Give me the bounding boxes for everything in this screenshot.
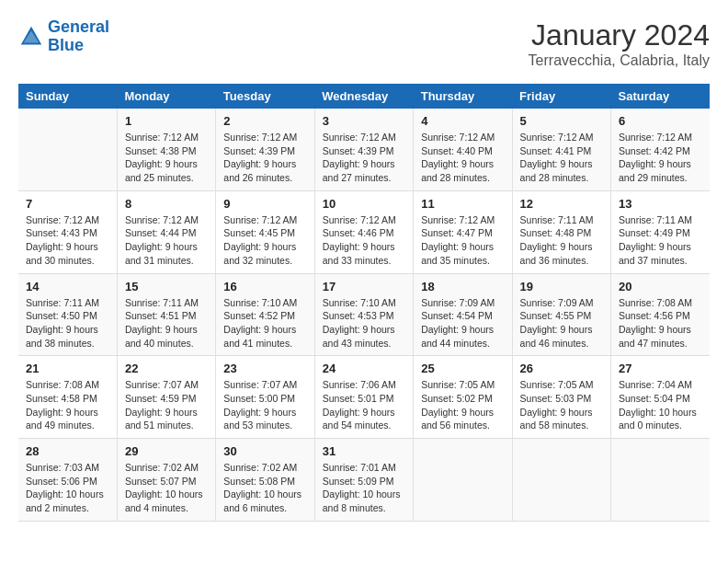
calendar-day-header: Tuesday: [216, 84, 314, 109]
calendar-cell: 31Sunrise: 7:01 AMSunset: 5:09 PMDayligh…: [314, 439, 413, 522]
day-info: Sunrise: 7:11 AMSunset: 4:50 PMDaylight:…: [26, 296, 109, 350]
day-number: 5: [520, 114, 603, 128]
day-info: Sunrise: 7:11 AMSunset: 4:51 PMDaylight:…: [125, 296, 208, 350]
main-title: January 2024: [529, 18, 710, 52]
calendar-body: 1Sunrise: 7:12 AMSunset: 4:38 PMDaylight…: [18, 109, 710, 521]
day-number: 15: [125, 280, 208, 293]
calendar-cell: 30Sunrise: 7:02 AMSunset: 5:08 PMDayligh…: [216, 439, 314, 522]
day-info: Sunrise: 7:12 AMSunset: 4:43 PMDaylight:…: [26, 213, 109, 268]
day-info: Sunrise: 7:03 AMSunset: 5:06 PMDaylight:…: [26, 461, 109, 515]
day-info: Sunrise: 7:10 AMSunset: 4:53 PMDaylight:…: [323, 296, 405, 350]
calendar-day-header: Sunday: [18, 84, 117, 109]
calendar-cell: 22Sunrise: 7:07 AMSunset: 4:59 PMDayligh…: [117, 356, 215, 439]
calendar-cell: 13Sunrise: 7:11 AMSunset: 4:49 PMDayligh…: [611, 190, 710, 273]
day-number: 4: [421, 114, 504, 128]
day-number: 31: [323, 444, 405, 458]
calendar-cell: 2Sunrise: 7:12 AMSunset: 4:39 PMDaylight…: [216, 109, 314, 190]
day-number: 8: [125, 197, 208, 211]
day-info: Sunrise: 7:04 AMSunset: 5:04 PMDaylight:…: [619, 378, 702, 432]
calendar-cell: 28Sunrise: 7:03 AMSunset: 5:06 PMDayligh…: [18, 439, 117, 522]
day-number: 1: [125, 114, 208, 128]
calendar-cell: 27Sunrise: 7:04 AMSunset: 5:04 PMDayligh…: [611, 356, 710, 439]
calendar-cell: 18Sunrise: 7:09 AMSunset: 4:54 PMDayligh…: [414, 273, 512, 356]
day-number: 14: [26, 280, 109, 293]
calendar-cell: 8Sunrise: 7:12 AMSunset: 4:44 PMDaylight…: [117, 190, 215, 273]
calendar-cell: 25Sunrise: 7:05 AMSunset: 5:02 PMDayligh…: [414, 356, 512, 439]
calendar-cell: 3Sunrise: 7:12 AMSunset: 4:39 PMDaylight…: [314, 109, 413, 190]
day-info: Sunrise: 7:12 AMSunset: 4:39 PMDaylight:…: [223, 131, 306, 185]
calendar-cell: 1Sunrise: 7:12 AMSunset: 4:38 PMDaylight…: [117, 109, 215, 190]
calendar-day-header: Wednesday: [314, 84, 413, 109]
day-info: Sunrise: 7:08 AMSunset: 4:58 PMDaylight:…: [26, 378, 109, 432]
day-info: Sunrise: 7:07 AMSunset: 4:59 PMDaylight:…: [125, 378, 208, 432]
calendar-cell: 20Sunrise: 7:08 AMSunset: 4:56 PMDayligh…: [611, 273, 710, 356]
calendar-cell: 26Sunrise: 7:05 AMSunset: 5:03 PMDayligh…: [512, 356, 610, 439]
day-info: Sunrise: 7:08 AMSunset: 4:56 PMDaylight:…: [619, 296, 702, 350]
calendar-week-row: 14Sunrise: 7:11 AMSunset: 4:50 PMDayligh…: [18, 273, 710, 356]
day-info: Sunrise: 7:12 AMSunset: 4:40 PMDaylight:…: [421, 131, 504, 185]
calendar-cell: 29Sunrise: 7:02 AMSunset: 5:07 PMDayligh…: [117, 439, 215, 522]
day-info: Sunrise: 7:12 AMSunset: 4:41 PMDaylight:…: [520, 131, 603, 185]
calendar-cell: 11Sunrise: 7:12 AMSunset: 4:47 PMDayligh…: [414, 190, 512, 273]
calendar-week-row: 1Sunrise: 7:12 AMSunset: 4:38 PMDaylight…: [18, 109, 710, 190]
day-number: 3: [323, 114, 405, 128]
day-info: Sunrise: 7:05 AMSunset: 5:02 PMDaylight:…: [421, 378, 504, 432]
day-number: 27: [619, 362, 702, 375]
day-number: 12: [520, 197, 603, 211]
day-number: 2: [223, 114, 306, 128]
day-number: 6: [619, 114, 702, 128]
calendar-cell: 9Sunrise: 7:12 AMSunset: 4:45 PMDaylight…: [216, 190, 314, 273]
day-number: 9: [223, 197, 306, 211]
calendar-cell: 23Sunrise: 7:07 AMSunset: 5:00 PMDayligh…: [216, 356, 314, 439]
calendar-cell: 6Sunrise: 7:12 AMSunset: 4:42 PMDaylight…: [611, 109, 710, 190]
day-info: Sunrise: 7:06 AMSunset: 5:01 PMDaylight:…: [323, 378, 405, 432]
day-info: Sunrise: 7:12 AMSunset: 4:45 PMDaylight:…: [223, 213, 306, 268]
day-info: Sunrise: 7:10 AMSunset: 4:52 PMDaylight:…: [223, 296, 306, 350]
calendar-cell: [611, 439, 710, 522]
day-info: Sunrise: 7:12 AMSunset: 4:47 PMDaylight:…: [421, 213, 504, 268]
calendar-week-row: 21Sunrise: 7:08 AMSunset: 4:58 PMDayligh…: [18, 356, 710, 439]
day-number: 17: [323, 280, 405, 293]
day-number: 18: [421, 280, 504, 293]
day-info: Sunrise: 7:09 AMSunset: 4:55 PMDaylight:…: [520, 296, 603, 350]
day-info: Sunrise: 7:12 AMSunset: 4:42 PMDaylight:…: [619, 131, 702, 185]
day-info: Sunrise: 7:12 AMSunset: 4:38 PMDaylight:…: [125, 131, 208, 185]
day-number: 20: [619, 280, 702, 293]
calendar-cell: [512, 439, 610, 522]
calendar-cell: [18, 109, 117, 190]
day-info: Sunrise: 7:02 AMSunset: 5:08 PMDaylight:…: [223, 461, 306, 515]
day-number: 26: [520, 362, 603, 375]
day-number: 23: [223, 362, 306, 375]
logo-text: GeneralBlue: [48, 18, 109, 55]
day-info: Sunrise: 7:12 AMSunset: 4:44 PMDaylight:…: [125, 213, 208, 268]
day-number: 11: [421, 197, 504, 211]
day-info: Sunrise: 7:12 AMSunset: 4:39 PMDaylight:…: [323, 131, 405, 185]
day-number: 24: [323, 362, 405, 375]
day-number: 10: [323, 197, 405, 211]
day-number: 25: [421, 362, 504, 375]
calendar-day-header: Saturday: [611, 84, 710, 109]
day-number: 13: [619, 197, 702, 211]
day-number: 29: [125, 444, 208, 458]
logo: GeneralBlue: [18, 18, 109, 55]
calendar-cell: 12Sunrise: 7:11 AMSunset: 4:48 PMDayligh…: [512, 190, 610, 273]
calendar-day-header: Monday: [117, 84, 215, 109]
day-number: 7: [26, 197, 109, 211]
day-info: Sunrise: 7:11 AMSunset: 4:48 PMDaylight:…: [520, 213, 603, 268]
day-info: Sunrise: 7:07 AMSunset: 5:00 PMDaylight:…: [223, 378, 306, 432]
calendar-week-row: 7Sunrise: 7:12 AMSunset: 4:43 PMDaylight…: [18, 190, 710, 273]
calendar-cell: 21Sunrise: 7:08 AMSunset: 4:58 PMDayligh…: [18, 356, 117, 439]
calendar-cell: 7Sunrise: 7:12 AMSunset: 4:43 PMDaylight…: [18, 190, 117, 273]
calendar-cell: 10Sunrise: 7:12 AMSunset: 4:46 PMDayligh…: [314, 190, 413, 273]
calendar-cell: 4Sunrise: 7:12 AMSunset: 4:40 PMDaylight…: [414, 109, 512, 190]
day-number: 28: [26, 444, 109, 458]
day-info: Sunrise: 7:01 AMSunset: 5:09 PMDaylight:…: [323, 461, 405, 515]
calendar-cell: 19Sunrise: 7:09 AMSunset: 4:55 PMDayligh…: [512, 273, 610, 356]
day-number: 16: [223, 280, 306, 293]
day-number: 30: [223, 444, 306, 458]
subtitle: Terravecchia, Calabria, Italy: [529, 52, 710, 69]
calendar-cell: [414, 439, 512, 522]
calendar-cell: 15Sunrise: 7:11 AMSunset: 4:51 PMDayligh…: [117, 273, 215, 356]
calendar-cell: 16Sunrise: 7:10 AMSunset: 4:52 PMDayligh…: [216, 273, 314, 356]
day-info: Sunrise: 7:09 AMSunset: 4:54 PMDaylight:…: [421, 296, 504, 350]
